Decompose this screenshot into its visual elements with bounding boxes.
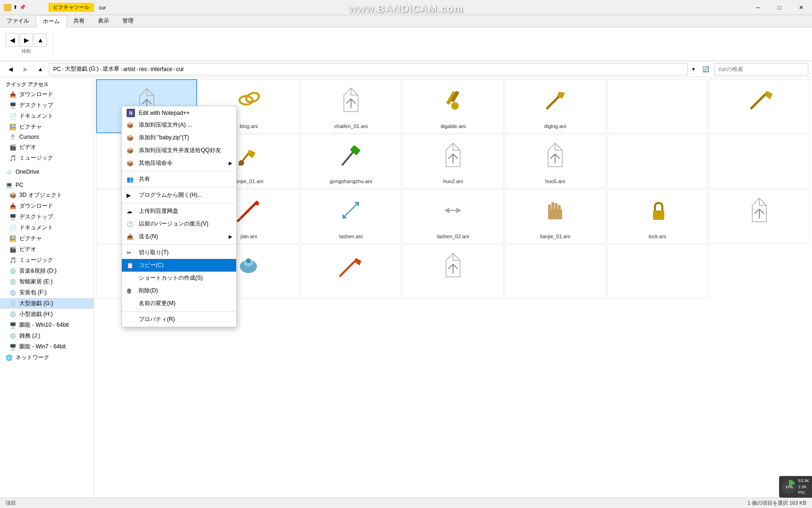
file-name-huo5: huo5.ani	[545, 178, 565, 184]
sidebar-item-download1[interactable]: 📥ダウンロード	[0, 89, 94, 100]
sidebar-item-pic1[interactable]: 🖼️ピクチャ	[0, 121, 94, 132]
file-item-lashen[interactable]: lashen.ani	[300, 189, 401, 243]
sidebar-item-music1[interactable]: 🎵ミュージック	[0, 153, 94, 163]
file-item-r4c4[interactable]	[300, 244, 401, 298]
ctx-shortcut[interactable]: ショートカットの作成(S)	[122, 272, 236, 284]
sidebar-item-music2[interactable]: 🎵ミュージック	[0, 255, 94, 266]
ctx-copy-icon: 📋	[127, 262, 134, 269]
file-item-diging[interactable]: diging.ani	[505, 79, 606, 133]
file-item-r2c7[interactable]	[709, 134, 810, 188]
ctx-rename[interactable]: 名前の変更(M)	[122, 297, 236, 310]
cur-tab: cur	[94, 4, 111, 11]
ctx-copy[interactable]: 📋 コピー(C)	[122, 259, 236, 272]
ctx-add-zip-a[interactable]: 📦 添加到压缩文件(A) ...	[122, 119, 236, 131]
tab-manage[interactable]: 管理	[116, 15, 140, 27]
ctx-other-zip[interactable]: 📦 其他压缩命令 ▶	[122, 157, 236, 169]
sidebar-item-mediaD[interactable]: 💿音楽&視頻 (D:)	[0, 266, 94, 276]
ctx-cut[interactable]: ✂ 切り取り(T)	[122, 246, 236, 259]
file-item-r1c7[interactable]	[709, 79, 810, 133]
file-item-r1c6[interactable]	[607, 79, 708, 133]
back-nav-button[interactable]: ◀	[4, 63, 17, 75]
ctx-delete[interactable]: 🗑 削除(D)	[122, 284, 236, 297]
sidebar-item-download2[interactable]: 📥ダウンロード	[0, 201, 94, 211]
ctx-edit-notepad[interactable]: N Edit with Notepad++	[122, 107, 236, 119]
ctx-zip-icon1: 📦	[127, 122, 134, 129]
ctx-open-icon: ▶	[127, 192, 131, 199]
file-item-lock[interactable]: lock.ani	[607, 189, 708, 243]
sidebar-item-smartE[interactable]: 💿智能家居 (E:)	[0, 276, 94, 287]
up-nav-button[interactable]: ▲	[34, 63, 47, 75]
svg-rect-50	[558, 205, 561, 213]
file-icon-lianjie	[539, 194, 572, 226]
sidebar-item-gamesG[interactable]: 💿大型遊戯 (G:)	[0, 298, 94, 309]
back-button[interactable]: ◀	[6, 33, 19, 47]
tab-file[interactable]: ファイル	[0, 15, 36, 27]
sidebar-item-video2[interactable]: 🎬ビデオ	[0, 244, 94, 255]
address-path-bar[interactable]: PC › 大型遊戯 (G:) › 逆水寒 › artist › res › in…	[49, 63, 688, 75]
file-item-r4c1[interactable]	[709, 189, 810, 243]
svg-line-2	[142, 99, 147, 104]
path-interface: interface	[151, 66, 172, 73]
tab-view[interactable]: 表示	[91, 15, 116, 27]
tab-share[interactable]: 共有	[67, 15, 91, 27]
svg-line-68	[453, 264, 458, 269]
ctx-baidu[interactable]: ☁ 上传到百度网盘	[122, 205, 236, 218]
sidebar-item-gamesH[interactable]: 💿小型遊戯 (H:)	[0, 309, 94, 320]
sidebar-item-desktop1[interactable]: 🖥️デスクトップ	[0, 100, 94, 111]
ctx-add-qq[interactable]: 📦 添加到压缩文件并发送给QQ好友	[122, 144, 236, 157]
ctx-qq-label: 添加到压缩文件并发送给QQ好友	[139, 146, 221, 154]
maximize-button[interactable]: □	[769, 0, 790, 15]
sidebar-item-3d[interactable]: 📦3D オブジェクト	[0, 190, 94, 201]
forward-button[interactable]: ▶	[20, 33, 33, 47]
sidebar-item-pc[interactable]: 💻PC	[0, 180, 94, 190]
ctx-sep3	[122, 203, 236, 203]
sidebar-item-video1[interactable]: 🎬ビデオ	[0, 142, 94, 153]
minimize-button[interactable]: ─	[747, 0, 769, 15]
file-name-fenjie: fenjie_01.ani	[234, 178, 263, 184]
perf-widget: 17% 53.3K 2.9K PIC	[779, 476, 812, 498]
piccha-tab[interactable]: ピクチャツール	[48, 3, 94, 12]
ctx-properties[interactable]: プロパティ(R)	[122, 313, 236, 326]
file-item-r4c5[interactable]	[402, 244, 503, 298]
file-item-huo2[interactable]: huo2.ani	[402, 134, 503, 188]
sidebar-item-docs1[interactable]: 📄ドキュメント	[0, 111, 94, 121]
file-item-huo5[interactable]: huo5.ani	[505, 134, 606, 188]
file-item-digable[interactable]: digable.ani	[402, 79, 503, 133]
sidebar-item-win7[interactable]: 🖥️圍龍 - Win7 - 64bit	[0, 341, 94, 352]
svg-line-40	[342, 202, 359, 218]
tab-home[interactable]: ホーム	[36, 15, 67, 27]
sidebar-item-cursors[interactable]: 🖱️Cursors	[0, 132, 94, 142]
file-item-lianjie[interactable]: lianjie_01.ani	[505, 189, 606, 243]
address-dropdown-button[interactable]: ▾	[690, 63, 697, 75]
file-item-lashen02[interactable]: lashen_02.ani	[402, 189, 503, 243]
svg-line-8	[346, 99, 351, 104]
ctx-restore[interactable]: 🕐 以前のバージョンの復元(V)	[122, 218, 236, 230]
ctx-open-with[interactable]: ▶ プログラムから開く(H)...	[122, 189, 236, 202]
sidebar-item-docs2[interactable]: 📄ドキュメント	[0, 222, 94, 233]
ctx-share[interactable]: 👥 共有	[122, 173, 236, 185]
ctx-add-baby-zip[interactable]: 📦 添加到 "baby.zip"(T)	[122, 131, 236, 144]
file-item-chaifen[interactable]: chaifen_01.ani	[300, 79, 401, 133]
svg-point-62	[246, 258, 251, 263]
forward-nav-button[interactable]: ▶	[19, 63, 32, 75]
up-button[interactable]: ▲	[34, 33, 47, 47]
sidebar-item-zamuJ[interactable]: 💿雑務 (J:)	[0, 331, 94, 341]
file-item-gong[interactable]: gongshangzhu.ani	[300, 134, 401, 188]
file-name-lashen: lashen.ani	[339, 234, 363, 239]
file-item-r4c6[interactable]	[505, 244, 606, 298]
ctx-properties-label: プロパティ(R)	[139, 315, 175, 323]
window-controls: ─ □ ✕	[747, 0, 812, 15]
sidebar-item-pic2[interactable]: 🖼️ピクチャ	[0, 233, 94, 244]
close-button[interactable]: ✕	[790, 0, 812, 15]
status-selected: 1 個の項目を選択 163 KB	[748, 500, 806, 507]
sidebar-item-desktop2[interactable]: 🖥️デスクトップ	[0, 211, 94, 222]
sidebar-item-installF[interactable]: 💿安装包 (F:)	[0, 287, 94, 298]
search-input[interactable]	[714, 63, 808, 75]
sidebar-item-network[interactable]: 🌐ネットワーク	[0, 352, 94, 363]
refresh-button[interactable]: 🔄	[699, 63, 712, 75]
file-item-r2c6[interactable]	[607, 134, 708, 188]
sidebar-item-win10[interactable]: 🖥️圍龍 - Win10 - 64bit	[0, 320, 94, 331]
ctx-send-to[interactable]: 📤 送る(N) ▶	[122, 230, 236, 243]
sidebar-item-onedrive[interactable]: ☁️OneDrive	[0, 167, 94, 177]
file-item-r4c7[interactable]	[607, 244, 708, 298]
